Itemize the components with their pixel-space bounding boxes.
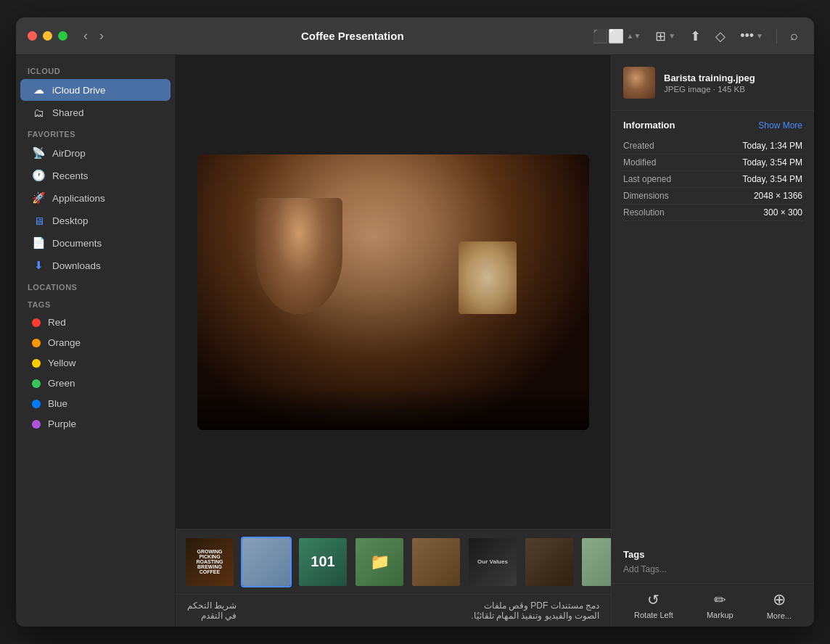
sidebar-item-airdrop[interactable]: 📡 AirDrop [20, 142, 170, 164]
sidebar-label-shared: Shared [52, 107, 84, 118]
sidebar-item-desktop[interactable]: 🖥 Desktop [20, 210, 170, 231]
preview-panel: Barista training.jpeg JPEG image · 145 K… [611, 55, 814, 627]
sidebar-item-tag-red[interactable]: Red [20, 313, 170, 332]
thumb-2[interactable] [241, 537, 292, 587]
info-header: Information Show More [623, 120, 802, 131]
panel-bottom-bar: ↺ Rotate Left ✏ Markup ⊕ More... [612, 583, 814, 627]
rotate-left-button[interactable]: ↺ Rotate Left [634, 591, 673, 619]
show-more-button[interactable]: Show More [758, 120, 802, 131]
info-key-resolution: Resolution [623, 207, 665, 218]
thumb-6[interactable]: Our Values [467, 537, 518, 587]
yellow-tag-dot [32, 359, 41, 368]
info-val-last-opened: Today, 3:54 PM [743, 174, 803, 184]
sidebar: iCloud ☁ iCloud Drive 🗂 Shared Favorites… [16, 55, 176, 627]
annotation-bar: شريط التحكم في التقدم دمج مستندات PDF وق… [176, 594, 611, 627]
red-tag-dot [32, 318, 41, 327]
tags-section: Tags Add Tags... [612, 540, 814, 583]
sidebar-section-locations: Locations [16, 277, 175, 294]
sidebar-section-favorites: Favorites [16, 124, 175, 141]
blue-tag-dot [32, 400, 41, 408]
info-val-created: Today, 1:34 PM [743, 141, 803, 151]
group-chevron-icon: ▼ [668, 32, 675, 40]
view-chevron-icon: ▲▼ [626, 32, 641, 40]
tag-button[interactable]: ◇ [711, 25, 730, 47]
traffic-lights [28, 31, 67, 41]
search-button[interactable]: ⌕ [786, 25, 802, 46]
info-row-last-opened: Last opened Today, 3:54 PM [623, 171, 802, 188]
sidebar-label-tag-red: Red [48, 317, 66, 328]
more-options-icon: ••• [740, 28, 754, 44]
sidebar-item-tag-blue[interactable]: Blue [20, 394, 170, 413]
add-tags-input[interactable]: Add Tags... [623, 564, 802, 574]
sidebar-label-documents: Documents [52, 238, 102, 249]
preview-image [197, 154, 589, 430]
thumb-3-inner: 101 [299, 538, 347, 586]
coffee-cup-shape [459, 242, 517, 314]
thumb-8-inner [582, 538, 611, 586]
merge-description: دمج مستندات PDF وقص ملفات الصوت والفيديو… [471, 600, 599, 621]
sidebar-item-tag-orange[interactable]: Orange [20, 333, 170, 352]
markup-button[interactable]: ✏ Markup [707, 591, 734, 619]
airdrop-icon: 📡 [32, 146, 45, 160]
info-title: Information [623, 120, 675, 131]
info-val-modified: Today, 3:54 PM [743, 157, 803, 168]
info-row-resolution: Resolution 300 × 300 [623, 205, 802, 221]
documents-icon: 📄 [32, 236, 45, 249]
sidebar-label-applications: Applications [52, 193, 105, 204]
preview-area [176, 55, 611, 529]
info-row-dimensions: Dimensions 2048 × 1366 [623, 188, 802, 205]
view-toggle-button[interactable]: ⬛⬜ ▲▼ [588, 25, 645, 47]
thumb-4[interactable]: 📁 [354, 537, 405, 587]
center-panel: GROWINGPICKINGROASTINGBREWINGCOFFEE 101 … [176, 55, 611, 627]
sidebar-item-recents[interactable]: 🕐 Recents [20, 165, 170, 186]
recents-icon: 🕐 [32, 169, 45, 182]
thumb-1[interactable]: GROWINGPICKINGROASTINGBREWINGCOFFEE [184, 537, 235, 587]
sidebar-item-shared[interactable]: 🗂 Shared [20, 102, 170, 123]
forward-button[interactable]: › [95, 27, 108, 45]
thumb-7[interactable] [524, 537, 575, 587]
minimize-button[interactable] [43, 31, 52, 41]
progress-bar-label: شريط التحكم في التقدم [187, 600, 237, 621]
more-options-chevron-icon: ▼ [756, 32, 763, 40]
sidebar-item-downloads[interactable]: ⬇ Downloads [20, 255, 170, 276]
markup-icon: ✏ [714, 591, 726, 608]
thumb-1-inner: GROWINGPICKINGROASTINGBREWINGCOFFEE [186, 538, 234, 586]
more-options-button[interactable]: ••• ▼ [736, 25, 768, 46]
group-button[interactable]: ⊞ ▼ [651, 25, 680, 47]
titlebar: ‹ › Coffee Presentation ⬛⬜ ▲▼ ⊞ ▼ ⬆ ◇ ••… [16, 17, 814, 55]
back-button[interactable]: ‹ [79, 27, 92, 45]
sidebar-label-downloads: Downloads [52, 260, 101, 271]
more-actions-icon: ⊕ [773, 590, 786, 609]
thumb-2-inner [242, 538, 290, 586]
sidebar-section-icloud: iCloud [16, 61, 175, 78]
shared-icon: 🗂 [32, 106, 45, 119]
sidebar-item-tag-purple[interactable]: Purple [20, 414, 170, 434]
thumb-3[interactable]: 101 [297, 537, 348, 587]
maximize-button[interactable] [58, 31, 67, 41]
thumb-8[interactable] [580, 537, 611, 587]
sidebar-label-tag-orange: Orange [48, 337, 81, 348]
sidebar-item-tag-green[interactable]: Green [20, 373, 170, 393]
thumb-5[interactable] [411, 537, 461, 587]
main-content: iCloud ☁ iCloud Drive 🗂 Shared Favorites… [16, 55, 814, 627]
info-key-last-opened: Last opened [623, 174, 671, 184]
icloud-drive-icon: ☁ [32, 83, 45, 96]
share-button[interactable]: ⬆ [686, 25, 705, 47]
sidebar-item-documents[interactable]: 📄 Documents [20, 232, 170, 254]
search-icon: ⌕ [790, 28, 798, 44]
more-actions-button[interactable]: ⊕ More... [767, 590, 792, 620]
sidebar-label-recents: Recents [52, 170, 89, 181]
downloads-icon: ⬇ [32, 259, 45, 272]
toolbar-divider [776, 29, 777, 44]
sidebar-item-icloud-drive[interactable]: ☁ iCloud Drive [20, 79, 170, 101]
sidebar-label-tag-purple: Purple [48, 418, 76, 429]
sidebar-label-icloud-drive: iCloud Drive [52, 85, 106, 96]
info-row-modified: Modified Today, 3:54 PM [623, 154, 802, 171]
sidebar-item-tag-yellow[interactable]: Yellow [20, 353, 170, 373]
share-icon: ⬆ [690, 28, 701, 44]
sidebar-item-applications[interactable]: 🚀 Applications [20, 187, 170, 209]
sidebar-label-airdrop: AirDrop [52, 148, 86, 159]
info-row-created: Created Today, 1:34 PM [623, 138, 802, 154]
close-button[interactable] [28, 31, 37, 41]
sidebar-label-tag-blue: Blue [48, 398, 67, 409]
